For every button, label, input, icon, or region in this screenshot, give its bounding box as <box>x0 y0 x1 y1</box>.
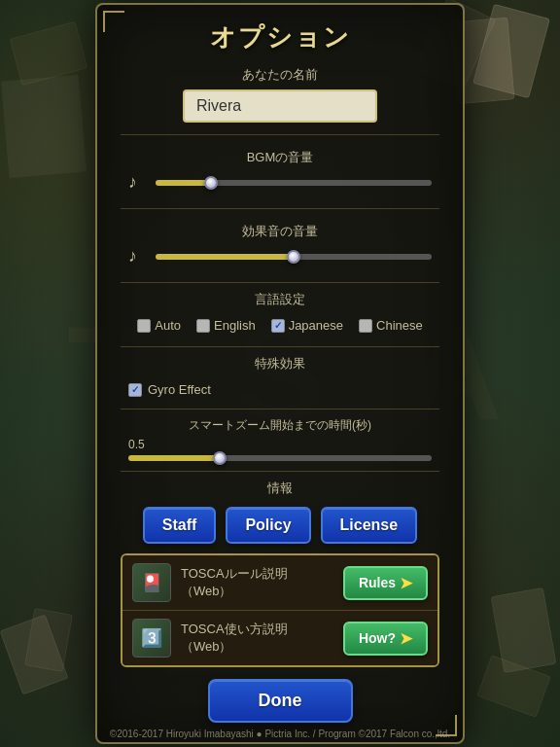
lang-options-row: Auto English Japanese Chinese <box>121 314 439 337</box>
options-modal: オプション あなたの名前 BGMの音量 ♪ 効果音の音量 ♪ 言語設定 <box>95 3 465 744</box>
modal-title: オプション <box>121 20 439 54</box>
howto-thumbnail: 3️⃣ <box>132 619 171 658</box>
lang-section: 言語設定 Auto English Japanese Chinese <box>121 291 439 337</box>
rules-thumb-icon: 🎴 <box>141 572 162 593</box>
sfx-slider-thumb[interactable] <box>287 250 300 264</box>
lang-english-label: English <box>214 318 256 333</box>
bgm-slider-thumb[interactable] <box>204 176 218 190</box>
rules-arrow-icon: ➤ <box>400 574 412 592</box>
music-note-icon: ♪ <box>128 172 148 193</box>
bgm-slider[interactable] <box>156 180 432 186</box>
lang-auto-checkbox[interactable] <box>137 319 151 333</box>
name-label: あなたの名前 <box>121 66 439 84</box>
rules-button[interactable]: Rules ➤ <box>343 566 428 600</box>
divider-2 <box>121 208 439 209</box>
rules-btn-label: Rules <box>359 575 396 590</box>
divider-5 <box>121 409 439 409</box>
lang-auto[interactable]: Auto <box>137 318 181 333</box>
divider-4 <box>121 346 439 347</box>
info-buttons: Staff Policy License <box>121 507 439 544</box>
license-button[interactable]: License <box>321 507 418 544</box>
howto-label: TOSCA使い方説明（Web） <box>181 621 333 656</box>
divider-6 <box>121 471 439 472</box>
rules-label: TOSCAルール説明（Web） <box>181 565 333 600</box>
lang-japanese-label: Japanese <box>289 318 343 333</box>
howto-arrow-icon: ➤ <box>400 629 412 648</box>
howto-thumb-icon: 3️⃣ <box>141 627 162 649</box>
gyro-checkbox[interactable] <box>128 383 142 397</box>
web-links-section: 🎴 TOSCAルール説明（Web） Rules ➤ 3️⃣ TOSCA使い方説明… <box>121 553 439 667</box>
zoom-label: スマートズーム開始までの時間(秒) <box>121 417 439 434</box>
lang-label: 言語設定 <box>121 291 439 308</box>
howto-btn-label: How? <box>359 630 396 646</box>
sfx-label: 効果音の音量 <box>121 223 439 240</box>
lang-chinese-checkbox[interactable] <box>359 319 372 333</box>
special-label: 特殊効果 <box>121 355 439 373</box>
lang-chinese-label: Chinese <box>376 318 423 333</box>
name-input-wrap <box>121 89 439 123</box>
done-button[interactable]: Done <box>208 679 353 723</box>
staff-button[interactable]: Staff <box>143 507 217 544</box>
done-wrap: Done <box>121 679 439 723</box>
divider-1 <box>121 134 439 135</box>
rules-thumbnail: 🎴 <box>132 563 171 602</box>
howto-row: 3️⃣ TOSCA使い方説明（Web） How? ➤ <box>122 610 438 665</box>
name-input[interactable] <box>183 89 377 123</box>
lang-english[interactable]: English <box>196 318 256 333</box>
bgm-label: BGMの音量 <box>121 149 439 166</box>
sfx-slider-row: ♪ <box>121 246 439 267</box>
sfx-section: 効果音の音量 ♪ <box>121 217 439 272</box>
divider-3 <box>121 282 439 283</box>
bgm-slider-row: ♪ <box>121 172 439 193</box>
bgm-section: BGMの音量 ♪ <box>121 143 439 198</box>
info-label: 情報 <box>121 480 439 497</box>
policy-button[interactable]: Policy <box>226 507 310 544</box>
gyro-label: Gyro Effect <box>148 382 211 397</box>
gyro-row: Gyro Effect <box>121 378 439 401</box>
lang-japanese[interactable]: Japanese <box>271 318 343 333</box>
zoom-value: 0.5 <box>121 438 439 451</box>
sfx-slider[interactable] <box>156 254 432 260</box>
zoom-slider-row <box>121 455 439 461</box>
zoom-slider-thumb[interactable] <box>213 451 227 465</box>
howto-button[interactable]: How? ➤ <box>343 622 428 656</box>
lang-english-checkbox[interactable] <box>196 319 210 333</box>
sfx-note-icon: ♪ <box>128 246 148 267</box>
lang-chinese[interactable]: Chinese <box>359 318 423 333</box>
rules-row: 🎴 TOSCAルール説明（Web） Rules ➤ <box>122 555 438 610</box>
lang-auto-label: Auto <box>155 318 181 333</box>
lang-japanese-checkbox[interactable] <box>271 319 285 333</box>
zoom-slider[interactable] <box>128 455 432 461</box>
footer: ©2016-2017 Hiroyuki Imabayashi ● Pictria… <box>0 729 560 739</box>
